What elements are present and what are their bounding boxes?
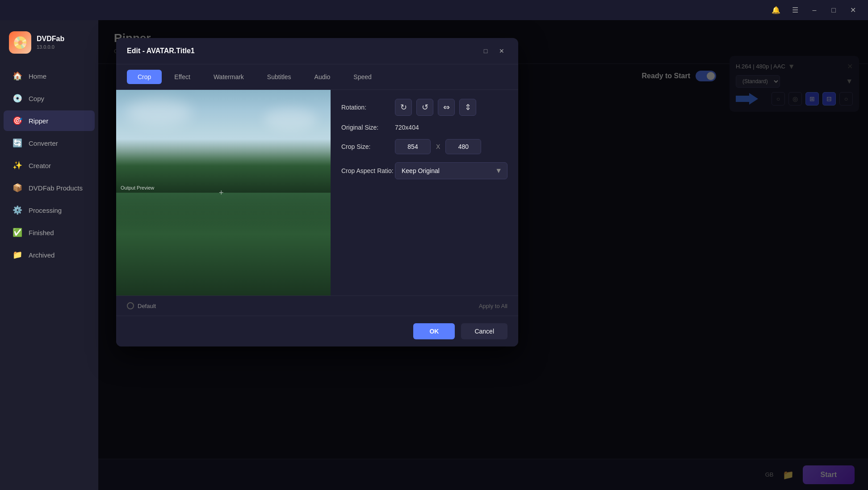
original-size-value: 720x404: [395, 124, 419, 131]
crop-size-row: Crop Size: 854 X 480: [341, 139, 507, 154]
app-name: DVDFab: [37, 34, 64, 44]
crop-aspect-ratio-label: Crop Aspect Ratio:: [341, 167, 395, 174]
sidebar: DVDFab 13.0.0.0 🏠 Home 💿 Copy 🎯 Ripper 🔄…: [0, 20, 98, 490]
dialog-body: + Output Preview 00:00:39 / 02:41:32 Rot…: [116, 90, 518, 296]
dialog-controls: □ ✕: [480, 45, 507, 57]
crop-aspect-ratio-row: Crop Aspect Ratio: Keep Original 16:9 4:…: [341, 162, 507, 179]
tab-watermark[interactable]: Watermark: [203, 70, 255, 84]
close-button[interactable]: ✕: [847, 4, 859, 17]
crop-height-input[interactable]: 480: [445, 139, 481, 154]
dialog-tabs: Crop Effect Watermark Subtitles Audio Sp…: [116, 64, 518, 90]
notification-icon[interactable]: 🔔: [770, 4, 782, 17]
sidebar-label-home: Home: [29, 72, 46, 80]
rotation-buttons: ↻ ↺ ⇔ ⇕: [395, 99, 476, 116]
edit-dialog: Edit - AVATAR.Title1 □ ✕ Crop Effect Wat…: [116, 38, 518, 346]
sidebar-label-copy: Copy: [29, 95, 44, 102]
sidebar-label-finished: Finished: [29, 229, 54, 237]
default-label: Default: [138, 303, 156, 309]
crop-size-inputs: 854 X 480: [395, 139, 481, 154]
output-preview-label: Output Preview: [121, 185, 154, 190]
original-size-label: Original Size:: [341, 124, 395, 131]
tab-crop[interactable]: Crop: [127, 70, 162, 84]
cloud-2: [264, 108, 317, 130]
title-bar: 🔔 ☰ – □ ✕: [0, 0, 868, 20]
crop-size-label: Crop Size:: [341, 143, 395, 150]
trees-top: [116, 139, 331, 193]
modal-overlay: Edit - AVATAR.Title1 □ ✕ Crop Effect Wat…: [98, 20, 868, 490]
preview-divider: [116, 193, 331, 194]
app-logo: DVDFab 13.0.0.0: [0, 25, 98, 65]
logo-icon: [9, 31, 31, 54]
cloud-1: [125, 99, 192, 126]
sidebar-item-archived[interactable]: 📁 Archived: [4, 245, 95, 265]
tab-audio[interactable]: Audio: [304, 70, 341, 84]
settings-panel: Rotation: ↻ ↺ ⇔ ⇕ Original Size: 720x404…: [331, 90, 518, 296]
copy-icon: 💿: [13, 93, 22, 103]
processing-icon: ⚙️: [13, 205, 22, 215]
sidebar-label-converter: Converter: [29, 139, 58, 147]
sidebar-item-creator[interactable]: ✨ Creator: [4, 155, 95, 176]
apply-to-all-button[interactable]: Apply to All: [479, 303, 507, 309]
dialog-title: Edit - AVATAR.Title1: [127, 47, 195, 55]
footer-buttons: OK Cancel: [116, 316, 518, 346]
converter-icon: 🔄: [13, 138, 22, 148]
rotate-ccw-button[interactable]: ↺: [416, 99, 433, 116]
crop-aspect-ratio-select[interactable]: Keep Original 16:9 4:3 1:1 Custom: [395, 162, 507, 179]
logo-text: DVDFab 13.0.0.0: [37, 34, 64, 50]
creator-icon: ✨: [13, 161, 22, 170]
sidebar-item-dvdfab-products[interactable]: 📦 DVDFab Products: [4, 177, 95, 198]
sidebar-label-creator: Creator: [29, 162, 51, 169]
dialog-maximize-button[interactable]: □: [480, 45, 491, 57]
preview-timestamp: 00:00:39 / 02:41:32: [281, 283, 324, 289]
sidebar-label-processing: Processing: [29, 207, 62, 214]
sidebar-label-dvdfab-products: DVDFab Products: [29, 184, 83, 192]
ok-button[interactable]: OK: [413, 323, 455, 339]
spacer: [341, 187, 507, 205]
flip-vertical-button[interactable]: ⇕: [459, 99, 476, 116]
preview-forest: [116, 193, 331, 296]
dialog-header: Edit - AVATAR.Title1 □ ✕: [116, 38, 518, 64]
tab-effect[interactable]: Effect: [164, 70, 201, 84]
sidebar-item-converter[interactable]: 🔄 Converter: [4, 133, 95, 153]
sidebar-item-ripper[interactable]: 🎯 Ripper: [4, 110, 95, 131]
maximize-button[interactable]: □: [827, 4, 840, 17]
app-version: 13.0.0.0: [37, 44, 64, 50]
sidebar-item-copy[interactable]: 💿 Copy: [4, 88, 95, 109]
sidebar-item-processing[interactable]: ⚙️ Processing: [4, 200, 95, 220]
rotation-row: Rotation: ↻ ↺ ⇔ ⇕: [341, 99, 507, 116]
menu-icon[interactable]: ☰: [789, 4, 801, 17]
sidebar-label-ripper: Ripper: [29, 117, 48, 125]
preview-panel: + Output Preview 00:00:39 / 02:41:32: [116, 90, 331, 296]
aspect-ratio-container: Keep Original 16:9 4:3 1:1 Custom ▼: [395, 162, 507, 179]
sidebar-item-finished[interactable]: ✅ Finished: [4, 222, 95, 243]
default-radio[interactable]: Default: [127, 302, 156, 309]
crop-width-input[interactable]: 854: [395, 139, 431, 154]
tab-speed[interactable]: Speed: [343, 70, 382, 84]
flip-horizontal-button[interactable]: ⇔: [438, 99, 455, 116]
dialog-footer: Default Apply to All: [116, 296, 518, 316]
preview-image: + Output Preview 00:00:39 / 02:41:32: [116, 90, 331, 296]
crosshair-icon: +: [219, 188, 228, 197]
preview-sky: [116, 90, 331, 193]
home-icon: 🏠: [13, 71, 22, 81]
tab-subtitles[interactable]: Subtitles: [256, 70, 302, 84]
cancel-button[interactable]: Cancel: [461, 323, 507, 339]
rotation-label: Rotation:: [341, 104, 395, 111]
ripper-icon: 🎯: [13, 116, 22, 126]
finished-icon: ✅: [13, 228, 22, 237]
radio-circle-icon: [127, 302, 134, 309]
forest-overlay: [116, 193, 331, 296]
archived-icon: 📁: [13, 250, 22, 260]
rotate-cw-button[interactable]: ↻: [395, 99, 412, 116]
sidebar-item-home[interactable]: 🏠 Home: [4, 66, 95, 86]
original-size-row: Original Size: 720x404: [341, 124, 507, 131]
dvdfab-products-icon: 📦: [13, 183, 22, 193]
dialog-close-button[interactable]: ✕: [496, 45, 507, 57]
crop-x-separator: X: [436, 143, 440, 150]
sidebar-label-archived: Archived: [29, 251, 55, 259]
minimize-button[interactable]: –: [808, 4, 821, 17]
